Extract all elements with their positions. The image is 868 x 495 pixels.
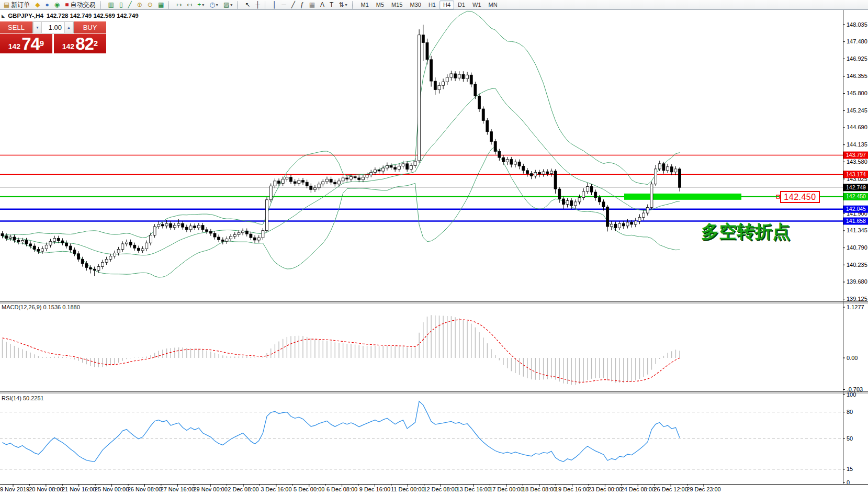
svg-text:18 Dec 08:00: 18 Dec 08:00 [522,486,556,492]
svg-text:21 Nov 16:00: 21 Nov 16:00 [62,486,96,492]
svg-text:146.355: 146.355 [847,73,867,79]
svg-text:26 Dec 12:00: 26 Dec 12:00 [653,486,687,492]
svg-text:19 Dec 16:00: 19 Dec 16:00 [555,486,589,492]
macd-label: MACD(12,26,9) 0.1536 0.1880 [2,304,80,310]
bollinger-band-l [3,147,680,277]
svg-text:15: 15 [847,466,853,472]
svg-text:140.235: 140.235 [847,262,867,268]
svg-text:144.690: 144.690 [847,124,867,130]
svg-text:80: 80 [847,409,853,415]
svg-text:145.800: 145.800 [847,90,867,96]
svg-text:143.174: 143.174 [846,171,866,177]
svg-text:12 Dec 08:00: 12 Dec 08:00 [423,486,457,492]
svg-text:144.135: 144.135 [847,141,867,148]
sell-price-prefix: 142 [8,41,20,52]
svg-text:147.480: 147.480 [847,38,867,44]
svg-text:146.925: 146.925 [847,55,867,62]
bollinger-band-m [3,88,680,255]
buy-price-prefix: 142 [62,41,74,52]
symbol-period: GBPJPY-,H4 [8,13,43,19]
svg-text:140.790: 140.790 [847,244,867,251]
svg-text:25 Nov 00:00: 25 Nov 00:00 [95,486,129,492]
sell-button[interactable]: SELL [0,21,32,33]
buy-price-sup: 2 [94,34,98,53]
svg-text:0.00: 0.00 [847,355,858,361]
svg-text:143.580: 143.580 [847,159,867,165]
svg-text:0: 0 [847,479,850,486]
svg-text:24 Dec 08:00: 24 Dec 08:00 [621,486,655,492]
buy-button[interactable]: BUY [74,21,106,33]
ohlc-values: 142.728 142.749 142.569 142.749 [47,13,139,19]
svg-text:29 Dec 23:00: 29 Dec 23:00 [686,486,720,492]
chart-canvas[interactable]: 148.035147.480146.925146.355145.800145.2… [0,0,868,495]
svg-text:3 Dec 16:00: 3 Dec 16:00 [261,486,291,492]
svg-text:142.045: 142.045 [846,206,866,212]
rsi-label: RSI(14) 50.2251 [2,395,44,401]
price-level-label[interactable]: 142.450 [780,191,820,203]
svg-text:27 Nov 16:00: 27 Nov 16:00 [161,486,195,492]
volume-stepper[interactable]: ▼ 1.00 ▲ [32,21,74,33]
price-axis[interactable]: 148.035147.480146.925146.355145.800145.2… [843,21,868,486]
chart-title: ◣ GBPJPY-,H4 142.728 142.749 142.569 142… [2,13,139,19]
macd-pane[interactable] [3,315,680,385]
svg-text:5 Dec 00:00: 5 Dec 00:00 [294,486,324,492]
sell-price-sup: 9 [40,34,44,53]
candles-layer [1,25,681,276]
svg-text:142.450: 142.450 [846,193,866,199]
svg-text:26 Nov 08:00: 26 Nov 08:00 [128,486,162,492]
svg-text:141.345: 141.345 [847,227,867,233]
svg-text:142.749: 142.749 [846,184,866,190]
svg-text:17 Dec 00:00: 17 Dec 00:00 [489,486,523,492]
chart-annotation-text[interactable]: 多空转折点 [701,220,790,244]
svg-text:148.035: 148.035 [847,21,867,28]
sell-price-button[interactable]: 142 74 9 [0,34,52,53]
svg-text:145.245: 145.245 [847,107,867,114]
svg-text:29 Nov 00:00: 29 Nov 00:00 [193,486,227,492]
svg-text:100: 100 [847,391,856,398]
one-click-trade-panel: SELL ▼ 1.00 ▲ BUY 142 74 9 142 82 2 [0,21,106,53]
svg-text:139.125: 139.125 [847,296,867,302]
svg-text:1.1277: 1.1277 [847,304,864,310]
svg-text:139.680: 139.680 [847,278,867,285]
buy-price-big: 82 [75,36,94,52]
volume-up-icon[interactable]: ▲ [64,22,73,33]
buy-price-button[interactable]: 142 82 2 [54,34,106,53]
mt4-window: ▤新订单◆●◉■自动交易▥▯╱⊕⊖▦↦↤+▾◷▾▨▾↖┼│─╱ƒ▦AT⇅▾M1M… [0,0,868,495]
svg-text:11 Dec 00:00: 11 Dec 00:00 [391,486,425,492]
svg-text:141.658: 141.658 [846,218,866,224]
svg-text:143.797: 143.797 [846,152,866,158]
svg-text:9 Dec 16:00: 9 Dec 16:00 [359,486,390,492]
svg-text:20 Nov 08:00: 20 Nov 08:00 [29,486,63,492]
svg-text:2 Dec 08:00: 2 Dec 08:00 [228,486,258,492]
svg-text:13 Dec 16:00: 13 Dec 16:00 [456,486,490,492]
sell-price-big: 74 [21,36,40,52]
svg-text:23 Dec 00:00: 23 Dec 00:00 [588,486,622,492]
chart-corner-icon: ◣ [2,14,5,18]
svg-text:19 Nov 2019: 19 Nov 2019 [0,486,29,492]
rsi-pane[interactable] [0,401,843,469]
svg-text:6 Dec 08:00: 6 Dec 08:00 [326,486,357,492]
svg-text:50: 50 [847,435,853,442]
volume-down-icon[interactable]: ▼ [33,22,42,33]
time-axis[interactable]: 19 Nov 201920 Nov 08:0021 Nov 16:0025 No… [0,484,721,492]
volume-value[interactable]: 1.00 [42,22,64,33]
